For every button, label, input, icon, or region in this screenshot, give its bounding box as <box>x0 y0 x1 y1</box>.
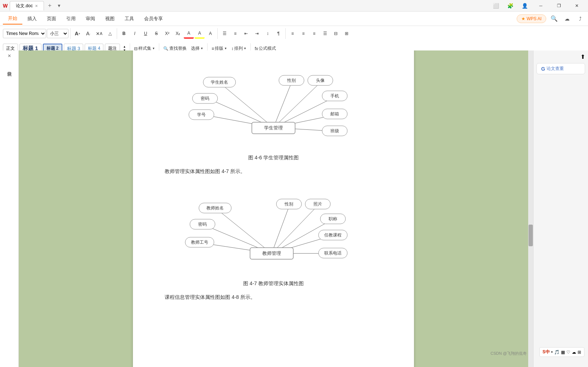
tab-bar: 论文.doc ✕ ＋ ▼ <box>10 1 63 10</box>
menu-view[interactable]: 视图 <box>100 13 120 24</box>
ime-box[interactable]: ⊞ <box>578 350 581 355</box>
wps-ai-button[interactable]: ★ WPS AI <box>517 14 546 23</box>
svg-line-3 <box>273 83 291 128</box>
align-center-button[interactable]: ≡ <box>298 28 308 39</box>
close-button[interactable]: ✕ <box>569 0 585 12</box>
italic-button[interactable]: I <box>130 28 140 39</box>
lunwen-icon: G <box>541 66 545 72</box>
clear-format-button[interactable]: ✕A <box>94 28 104 39</box>
align-right-button[interactable]: ≡ <box>309 28 319 39</box>
maximize-view-icon[interactable]: ⬜ <box>489 0 502 12</box>
subscript-button[interactable]: X₂ <box>173 28 183 39</box>
increase-font-button[interactable]: A+ <box>72 28 83 39</box>
menu-tools[interactable]: 工具 <box>120 13 139 24</box>
align-extra-button[interactable]: ⊞ <box>342 28 352 39</box>
menu-page[interactable]: 页面 <box>42 13 61 24</box>
svg-text:密码: 密码 <box>198 222 207 227</box>
menu-insert[interactable]: 插入 <box>22 13 42 24</box>
ime-mic[interactable]: 🎵 <box>554 350 560 355</box>
distribute-button[interactable]: ⊟ <box>331 28 341 39</box>
ime-dot[interactable]: • <box>551 350 553 355</box>
bullet-list-button[interactable]: ☰ <box>219 28 230 39</box>
ime-cloud[interactable]: ☁ <box>572 350 576 355</box>
tab-title: 论文.doc <box>16 3 33 9</box>
highlight-button[interactable]: △ <box>105 28 115 39</box>
main-content-area: 学生姓名 密码 学号 性别 头像 手机 邮箱 <box>19 50 528 367</box>
svg-text:联系电话: 联系电话 <box>324 251 342 256</box>
font-size-select[interactable]: 小三 <box>47 29 68 38</box>
diagram2-caption: 图 4-7 教师管理实体属性图 <box>155 280 392 287</box>
menu-reference[interactable]: 引用 <box>61 13 81 24</box>
document-tab[interactable]: 论文.doc ✕ <box>10 1 44 10</box>
superscript-button[interactable]: X² <box>162 28 172 39</box>
svg-text:邮箱: 邮箱 <box>330 111 339 116</box>
svg-text:照片: 照片 <box>313 202 322 207</box>
ime-heart[interactable]: ♡ <box>566 350 570 355</box>
svg-line-26 <box>216 208 272 253</box>
font-family-select[interactable]: Times New Roma <box>3 29 46 38</box>
tab-overflow[interactable]: ▼ <box>55 3 63 8</box>
upload-button[interactable]: ⬆ <box>580 53 585 60</box>
align-left-button[interactable]: ≡ <box>288 28 298 39</box>
font-bg-button[interactable]: A <box>205 28 215 39</box>
wps-ai-star-icon: ★ <box>521 16 525 21</box>
search-button[interactable]: 🔍 <box>549 14 559 24</box>
scrollbar-thumb[interactable] <box>529 225 533 246</box>
menu-start[interactable]: 开始 <box>3 13 22 25</box>
body-text-2: 课程信息管理实体属性图如图 4-8 所示。 <box>155 293 392 302</box>
svg-text:职称: 职称 <box>329 216 337 221</box>
vertical-scrollbar[interactable] <box>528 50 533 367</box>
svg-text:学生姓名: 学生姓名 <box>211 80 228 85</box>
menu-vip[interactable]: 会员专享 <box>139 13 168 24</box>
close-panel-button[interactable]: ✕ <box>8 53 11 58</box>
toolbar-row1: Times New Roma 小三 A+ A- ✕A △ B I U S X² … <box>0 26 588 41</box>
restore-button[interactable]: ❐ <box>551 0 567 12</box>
indent-increase-button[interactable]: ⇥ <box>252 28 262 39</box>
right-sidebar: ⬆ G 论文查重 <box>533 50 588 367</box>
svg-line-0 <box>219 83 273 128</box>
student-diagram-svg: 学生姓名 密码 学号 性别 头像 手机 邮箱 <box>173 65 374 151</box>
watermark: CSDN @飞翔的侃奇 <box>491 351 527 356</box>
ime-chinese[interactable]: S中 <box>543 349 550 355</box>
left-panel: ✕ 识别目录 <box>0 50 19 367</box>
svg-text:性别: 性别 <box>287 78 296 83</box>
svg-text:学号: 学号 <box>197 112 206 117</box>
svg-line-4 <box>273 83 320 128</box>
font-color-button[interactable]: A <box>184 28 194 39</box>
minimize-button[interactable]: ─ <box>533 0 549 12</box>
line-spacing-button[interactable]: ↕ <box>263 28 273 39</box>
justify-button[interactable]: ☰ <box>320 28 330 39</box>
lunwen-chongfu-button[interactable]: G 论文查重 <box>536 63 585 74</box>
bold-button[interactable]: B <box>119 28 129 39</box>
tab-close-icon[interactable]: ✕ <box>35 4 38 8</box>
paragraph-button[interactable]: ¶ <box>273 28 284 39</box>
font-highlight-button[interactable]: A <box>195 28 205 39</box>
cloud-save-icon[interactable]: ☁ <box>562 14 572 24</box>
svg-text:教师姓名: 教师姓名 <box>206 205 224 211</box>
ime-toolbar: S中 • 🎵 ▦ ♡ ☁ ⊞ <box>539 347 584 357</box>
number-list-button[interactable]: ≡ <box>230 28 240 39</box>
indent-decrease-button[interactable]: ⇤ <box>241 28 251 39</box>
app-logo: W <box>3 3 8 9</box>
account-icon[interactable]: 👤 <box>518 0 531 12</box>
svg-text:头像: 头像 <box>316 78 325 83</box>
underline-button[interactable]: U <box>141 28 151 39</box>
new-tab-button[interactable]: ＋ <box>44 2 55 9</box>
strikethrough-button[interactable]: S <box>151 28 161 39</box>
window-controls: ⬜ 🧩 👤 ─ ❐ ✕ <box>489 0 585 12</box>
select-arrow: ▼ <box>200 47 203 50</box>
share-icon[interactable]: ⤴ <box>575 14 585 24</box>
svg-text:教师管理: 教师管理 <box>262 251 281 256</box>
menu-bar: 开始 插入 页面 引用 审阅 视图 工具 会员专享 ★ WPS AI 🔍 ☁ ⤴ <box>0 12 588 26</box>
diagram-teacher-management: 教师姓名 密码 教师工号 性别 照片 职称 任教课程 <box>155 183 392 277</box>
ime-grid[interactable]: ▦ <box>561 350 565 355</box>
extension-icon[interactable]: 🧩 <box>504 0 517 12</box>
menu-review[interactable]: 审阅 <box>81 13 100 24</box>
svg-text:性别: 性别 <box>284 202 293 207</box>
svg-text:手机: 手机 <box>330 93 339 98</box>
diagram-student-management: 学生姓名 密码 学号 性别 头像 手机 邮箱 <box>155 65 392 151</box>
svg-text:任教课程: 任教课程 <box>324 233 342 238</box>
decrease-font-button[interactable]: A- <box>83 28 93 39</box>
svg-text:密码: 密码 <box>201 96 209 101</box>
layout-arrow: ▼ <box>224 47 227 50</box>
